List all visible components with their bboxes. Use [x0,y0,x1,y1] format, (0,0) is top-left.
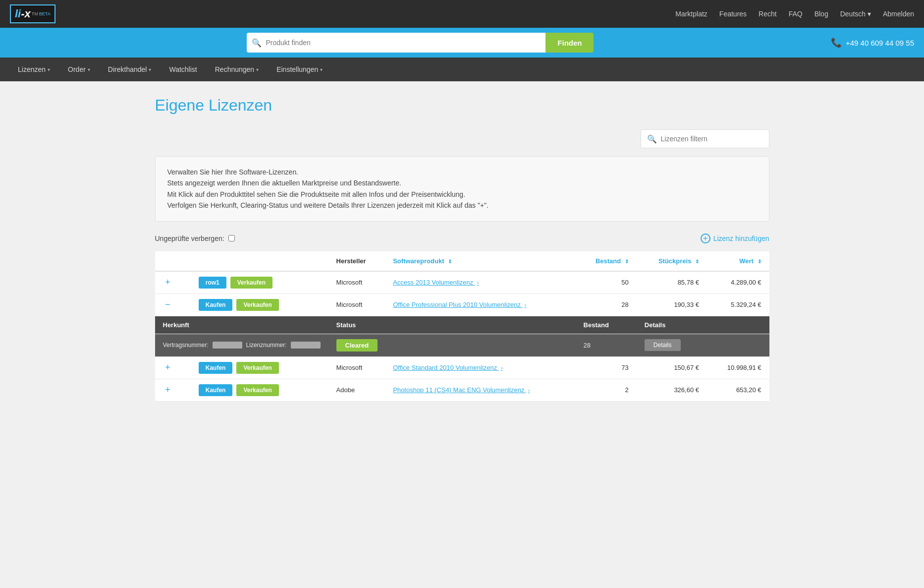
kaufen-button-3[interactable]: Kaufen [199,362,233,374]
phone-icon: 📞 [831,37,842,48]
sec-nav-direkthandel[interactable]: Direkthandel▾ [100,58,160,81]
abmelden-button[interactable]: Abmelden [883,10,914,18]
kaufen-button-1[interactable]: row1 [199,277,226,289]
expand-button-1[interactable]: + [163,277,173,288]
contract-info: Vertragsnummer: Lizenznummer: [163,342,321,349]
language-button[interactable]: Deutsch ▾ [840,10,871,18]
filter-input[interactable] [661,135,763,143]
phone-area: 📞 +49 40 609 44 09 55 [831,37,914,48]
vertragsnummer-label: Vertragsnummer: [163,342,209,349]
th-softwareprodukt[interactable]: Softwareprodukt ⇕ [385,251,575,271]
info-line-2: Stets angezeigt werden Ihnen die aktuell… [167,177,757,188]
table-row: − Kaufen Verkaufen Microsoft Office Prof… [155,294,769,316]
product-link-1[interactable]: Access 2013 Volumenlizenz › [393,279,479,286]
stueckpreis-cell-2: 190,33 € [637,294,707,316]
sec-nav-order[interactable]: Order▾ [60,58,98,81]
expand-button-2[interactable]: − [163,299,173,310]
verkaufen-button-2[interactable]: Verkaufen [236,299,278,311]
kaufen-button-4[interactable]: Kaufen [199,384,233,396]
lizenznummer-label: Lizenznummer: [246,342,287,349]
expanded-contract-info: Vertragsnummer: Lizenznummer: [155,334,328,356]
product-link-2[interactable]: Office Professional Plus 2010 Volumenliz… [393,301,526,308]
action-cell-1: row1 Verkaufen [191,271,328,294]
product-arrow-4: › [528,387,530,393]
th-stueckpreis[interactable]: Stückpreis ⇕ [637,251,707,271]
search-input[interactable] [266,39,541,47]
action-btns-4: Kaufen Verkaufen [199,384,321,396]
action-btns-3: Kaufen Verkaufen [199,362,321,374]
product-cell-2: Office Professional Plus 2010 Volumenliz… [385,294,575,316]
sort-arrows-stueckpreis: ⇕ [695,259,699,264]
product-cell-4: Photoshop 11 (CS4) Mac ENG Volumenlizenz… [385,379,575,401]
expanded-th-status: Status [328,316,576,334]
logo-area: li -x TM BETA [10,4,55,23]
sec-nav-watchlist[interactable]: Watchlist [161,58,205,81]
bestand-cell-4: 2 [576,379,637,401]
add-lizenz-button[interactable]: + Lizenz hinzufügen [701,234,769,243]
product-link-4[interactable]: Photoshop 11 (CS4) Mac ENG Volumenlizenz… [393,386,530,394]
expand-button-3[interactable]: + [163,362,173,373]
sec-nav-lizenzen[interactable]: Lizenzen▾ [10,58,58,81]
page-content: Eigene Lizenzen 🔍 Verwalten Sie hier Ihr… [140,81,784,416]
expanded-bestand-cell: 28 [576,334,637,356]
search-input-wrap: 🔍 [247,33,545,53]
lizenznummer-value [291,342,321,349]
expanded-th-details: Details [637,316,769,334]
product-arrow-3: › [501,365,503,371]
licenses-table: Hersteller Softwareprodukt ⇕ Bestand ⇕ S… [155,251,769,402]
expand-cell-2: − [155,294,191,316]
stueckpreis-cell-3: 150,67 € [637,356,707,379]
expanded-header-row: Herkunft Status Bestand Details [155,316,769,334]
sec-nav-einstellungen[interactable]: Einstellungen▾ [269,58,330,81]
search-icon: 🔍 [252,38,262,48]
th-bestand[interactable]: Bestand ⇕ [576,251,637,271]
ungeprufte-checkbox[interactable] [228,235,235,241]
action-btns-1: row1 Verkaufen [199,277,321,289]
expand-button-4[interactable]: + [163,385,173,395]
table-row: + row1 Verkaufen Microsoft Access 2013 V… [155,271,769,294]
details-button[interactable]: Details [645,339,681,351]
add-lizenz-icon: + [701,234,710,243]
product-cell-3: Office Standard 2010 Volumenlizenz › [385,356,575,379]
logo-beta: BETA [39,11,51,16]
expanded-th-herkunft: Herkunft [155,316,328,334]
product-cell-1: Access 2013 Volumenlizenz › [385,271,575,294]
verkaufen-button-1[interactable]: Verkaufen [230,277,272,289]
nav-features[interactable]: Features [719,10,747,18]
th-expand [155,251,191,271]
stueckpreis-cell-4: 326,60 € [637,379,707,401]
vertragsnummer-value [213,342,242,349]
ungeprufte-text: Ungeprüfte verbergen: [155,235,224,242]
hersteller-cell-2: Microsoft [328,294,385,316]
nav-blog[interactable]: Blog [815,10,828,18]
nav-faq[interactable]: FAQ [789,10,803,18]
th-hersteller: Hersteller [328,251,385,271]
nav-recht[interactable]: Recht [759,10,777,18]
wert-cell-2: 5.329,24 € [707,294,769,316]
nav-marktplatz[interactable]: Marktplatz [675,10,707,18]
search-button[interactable]: Finden [545,33,594,53]
verkaufen-button-4[interactable]: Verkaufen [236,384,278,396]
expanded-th-bestand: Bestand [576,316,637,334]
expanded-data-row: Vertragsnummer: Lizenznummer: Cleared 28… [155,334,769,356]
info-line-1: Verwalten Sie hier Ihre Software-Lizenze… [167,167,757,177]
bestand-cell-1: 50 [576,271,637,294]
sort-arrows-softwareprodukt: ⇕ [448,259,452,264]
bestand-cell-3: 73 [576,356,637,379]
th-wert[interactable]: Wert ⇕ [707,251,769,271]
expand-cell-3: + [155,356,191,379]
product-link-3[interactable]: Office Standard 2010 Volumenlizenz › [393,364,502,371]
secondary-nav: Lizenzen▾ Order▾ Direkthandel▾ Watchlist… [0,58,924,81]
search-form: 🔍 Finden [247,33,594,53]
kaufen-button-2[interactable]: Kaufen [199,299,233,311]
sec-nav-rechnungen[interactable]: Rechnungen▾ [207,58,267,81]
logo-tm: TM [32,11,38,16]
top-nav: li -x TM BETA Marktplatz Features Recht … [0,0,924,28]
info-line-3: Mit Klick auf den Produkttitel sehen Sie… [167,189,757,200]
verkaufen-button-3[interactable]: Verkaufen [236,362,278,374]
action-cell-3: Kaufen Verkaufen [191,356,328,379]
action-cell-4: Kaufen Verkaufen [191,379,328,401]
product-arrow-2: › [525,302,527,308]
page-title: Eigene Lizenzen [155,96,769,115]
cleared-badge: Cleared [336,339,378,352]
